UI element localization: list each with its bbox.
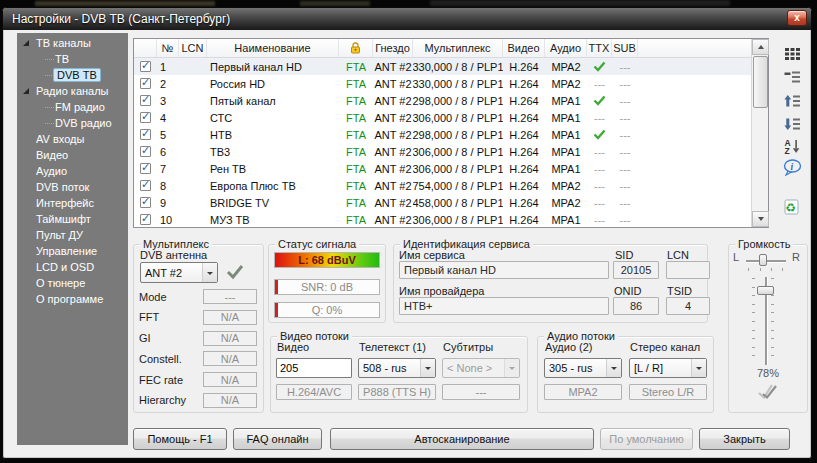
autoscan-button[interactable]: Автосканирование <box>330 428 594 450</box>
antenna-apply-check-icon[interactable] <box>226 264 244 284</box>
channel-enabled-checkbox[interactable] <box>140 146 151 157</box>
cell-socket: ANT #2 <box>373 75 413 92</box>
video-pid-input[interactable] <box>276 358 352 378</box>
channel-table-body: 1Первый канал HDFTAANT #2330,000 / 8 / P… <box>134 58 768 228</box>
sidebar-item[interactable]: Видео <box>17 147 128 163</box>
column-header-lcn[interactable]: LCN <box>179 39 207 57</box>
stereo-check-icon[interactable] <box>755 382 779 405</box>
param-label: GI <box>139 332 151 344</box>
column-header-audio[interactable]: Аудио <box>545 39 587 57</box>
channel-row[interactable]: 1Первый канал HDFTAANT #2330,000 / 8 / P… <box>134 58 768 75</box>
chevron-down-icon[interactable] <box>606 359 621 377</box>
sidebar-item-label: Таймшифт <box>36 213 91 225</box>
lcn-label: LCN <box>667 249 689 261</box>
column-header-multiplex[interactable]: Мультиплекс <box>413 39 503 57</box>
cell-access: FTA <box>339 109 373 126</box>
sidebar-item[interactable]: ТВ <box>17 51 128 67</box>
channel-row[interactable]: 7Рен ТВFTAANT #2306,000 / 8 / PLP1H.264M… <box>134 160 768 177</box>
stereo-mode-select[interactable]: [L / R] <box>629 358 707 378</box>
sidebar-item[interactable]: ТВ каналы <box>17 35 128 51</box>
channel-row[interactable]: 3Пятый каналFTAANT #2298,000 / 8 / PLP1H… <box>134 92 768 109</box>
channel-row[interactable]: 10МУЗ ТВFTAANT #2306,000 / 8 / PLP1H.264… <box>134 211 768 228</box>
cell-select <box>134 160 157 177</box>
faq-online-button[interactable]: FAQ онлайн <box>233 428 322 450</box>
channel-enabled-checkbox[interactable] <box>140 95 151 106</box>
sort-az-icon[interactable]: AZ <box>779 136 805 156</box>
channel-row[interactable]: 4СТСFTAANT #2306,000 / 8 / PLP1H.264MPA1… <box>134 109 768 126</box>
sidebar-item[interactable]: Интерфейс <box>17 195 128 211</box>
channel-enabled-checkbox[interactable] <box>140 180 151 191</box>
channel-info-icon[interactable]: i <box>779 157 805 177</box>
sidebar-item[interactable]: LCD и OSD <box>17 259 128 275</box>
balance-slider-handle[interactable] <box>759 254 767 266</box>
scroll-up-button[interactable] <box>752 39 769 55</box>
column-header-name[interactable]: Наименование <box>207 39 339 57</box>
channel-enabled-checkbox[interactable] <box>140 163 151 174</box>
signal-status-label: Статус сигнала <box>275 238 359 250</box>
column-header-video[interactable]: Видео <box>503 39 545 57</box>
tree-expand-icon[interactable] <box>23 88 29 94</box>
channel-row[interactable]: 6ТВ3FTAANT #2306,000 / 8 / PLP1H.264MPA1… <box>134 143 768 160</box>
sidebar-item[interactable]: О программе <box>17 291 128 307</box>
channel-enabled-checkbox[interactable] <box>140 214 151 225</box>
cell-audio: MPA1 <box>545 109 587 126</box>
tree-expand-icon[interactable] <box>23 40 29 46</box>
channel-row[interactable]: 5НТВFTAANT #2298,000 / 8 / PLP1H.264MPA1… <box>134 126 768 143</box>
sidebar-item[interactable]: DVB поток <box>17 179 128 195</box>
help-button[interactable]: Помощь - F1 <box>133 428 227 450</box>
chevron-down-icon[interactable] <box>202 263 217 282</box>
cell-name: НТВ <box>207 126 339 143</box>
sidebar-item[interactable]: DVB ТВ <box>17 67 128 83</box>
column-header-sub[interactable]: SUB <box>612 39 638 57</box>
rescan-list-icon[interactable]: ♻ <box>779 197 805 217</box>
channel-enabled-checkbox[interactable] <box>140 129 151 140</box>
cell-audio: MPA2 <box>545 194 587 211</box>
sidebar-item[interactable]: Аудио <box>17 163 128 179</box>
column-header-socket[interactable]: Гнездо <box>373 39 413 57</box>
sidebar-item[interactable]: Радио каналы <box>17 83 128 99</box>
cell-select <box>134 75 157 92</box>
cell-num: 4 <box>157 109 179 126</box>
close-button[interactable]: Закрыть <box>699 428 790 450</box>
antenna-select[interactable]: ANT #2 <box>140 262 218 283</box>
table-scrollbar[interactable] <box>751 39 768 227</box>
column-header-num[interactable]: № <box>157 39 179 57</box>
sidebar-item[interactable]: Управление <box>17 243 128 259</box>
cell-multiplex: 298,000 / 8 / PLP1 <box>413 126 503 143</box>
cell-sub: --- <box>612 126 638 143</box>
column-select-icon[interactable] <box>779 44 805 64</box>
channel-row[interactable]: 2Россия HDFTAANT #2330,000 / 8 / PLP1H.2… <box>134 75 768 92</box>
multiplex-param-row: Mode--- <box>139 289 257 304</box>
sidebar-item[interactable]: AV входы <box>17 131 128 147</box>
move-channel-up-icon[interactable] <box>779 91 805 111</box>
channel-row[interactable]: 8Европа Плюс ТВFTAANT #2754,000 / 8 / PL… <box>134 177 768 194</box>
column-header-ttx[interactable]: TTX <box>587 39 612 57</box>
remove-channel-icon[interactable] <box>779 67 805 87</box>
cell-name: ТВ3 <box>207 143 339 160</box>
chevron-down-icon[interactable] <box>420 359 435 377</box>
move-channel-down-icon[interactable] <box>779 114 805 134</box>
volume-slider-handle[interactable] <box>757 286 774 295</box>
chevron-down-icon[interactable] <box>691 359 706 377</box>
teletext-select[interactable]: 508 - rus <box>358 358 436 378</box>
sidebar-item[interactable]: Таймшифт <box>17 211 128 227</box>
channel-row[interactable]: 9BRIDGE TVFTAANT #2458,000 / 8 / PLP1H.2… <box>134 194 768 211</box>
param-label: FFT <box>139 311 159 323</box>
scrollbar-thumb[interactable] <box>753 56 768 108</box>
column-header-lock[interactable] <box>339 39 373 57</box>
sidebar-item[interactable]: Пульт ДУ <box>17 227 128 243</box>
scroll-down-button[interactable] <box>752 211 769 227</box>
sidebar-item-label: Аудио <box>36 165 67 177</box>
sidebar-item[interactable]: О тюнере <box>17 275 128 291</box>
cell-ttx <box>587 92 612 109</box>
sidebar-item[interactable]: FM радио <box>17 99 128 115</box>
channel-enabled-checkbox[interactable] <box>140 197 151 208</box>
cell-multiplex: 754,000 / 8 / PLP1 <box>413 177 503 194</box>
channel-enabled-checkbox[interactable] <box>140 61 151 72</box>
channel-enabled-checkbox[interactable] <box>140 78 151 89</box>
audio-select[interactable]: 305 - rus <box>544 358 622 378</box>
close-window-button[interactable]: x <box>787 10 807 26</box>
channel-enabled-checkbox[interactable] <box>140 112 151 123</box>
multiplex-param-row: FEC rateN/A <box>139 372 257 387</box>
sidebar-item[interactable]: DVB радио <box>17 115 128 131</box>
